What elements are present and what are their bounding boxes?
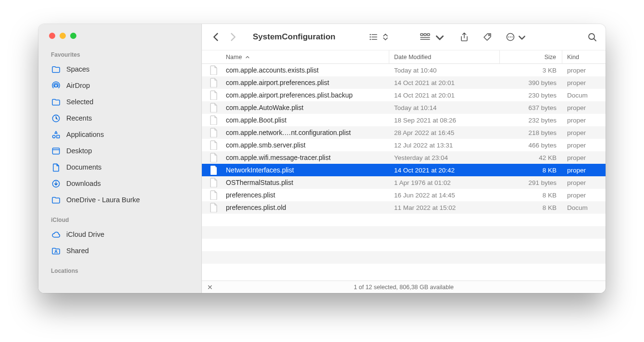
group-by-button[interactable] — [419, 31, 446, 43]
file-name: com.apple.accounts.exists.plist — [226, 66, 389, 74]
file-size: 8 KB — [500, 167, 562, 174]
window-title: SystemConfiguration — [253, 32, 335, 42]
file-row[interactable]: preferences.plist16 Jun 2022 at 14:458 K… — [202, 189, 606, 201]
file-icon — [202, 78, 226, 87]
file-icon — [202, 153, 226, 162]
sidebar-item-label: Applications — [66, 131, 104, 138]
file-kind: proper — [562, 117, 606, 124]
path-bar-close[interactable]: ✕ — [202, 283, 218, 291]
sidebar-item[interactable]: Applications — [38, 126, 201, 143]
airdrop-icon — [51, 81, 61, 90]
file-size: 8 KB — [500, 192, 562, 199]
finder-window: FavouritesSpacesAirDropSelectedRecentsAp… — [38, 24, 606, 293]
sidebar-item[interactable]: Shared — [38, 243, 201, 259]
file-size: 232 bytes — [500, 117, 562, 124]
file-size: 637 bytes — [500, 104, 562, 111]
sidebar-item[interactable]: iCloud Drive — [38, 226, 201, 243]
file-icon — [202, 165, 226, 175]
view-mode-button[interactable] — [369, 31, 390, 43]
column-name-label: Name — [226, 54, 242, 61]
file-kind: proper — [562, 129, 606, 136]
file-row[interactable]: com.apple.airport.preferences.plist14 Oc… — [202, 76, 606, 89]
forward-button[interactable] — [227, 31, 238, 43]
file-icon — [202, 140, 226, 150]
file-date: Today at 10:14 — [389, 104, 500, 111]
file-kind: proper — [562, 79, 606, 86]
file-name: preferences.plist.old — [226, 204, 389, 211]
download-icon — [51, 179, 61, 188]
file-icon — [202, 115, 226, 125]
file-row[interactable]: com.apple.airport.preferences.plist.back… — [202, 89, 606, 101]
folder-icon — [51, 97, 61, 107]
sidebar-item[interactable]: Recents — [38, 110, 201, 126]
cloud-icon — [51, 230, 61, 239]
file-icon — [202, 103, 226, 112]
file-size: 230 bytes — [500, 92, 562, 99]
file-row[interactable]: com.apple.AutoWake.plistToday at 10:1463… — [202, 101, 606, 114]
file-size: 8 KB — [500, 204, 562, 211]
search-button[interactable] — [587, 31, 597, 43]
sidebar-section-title: iCloud — [38, 215, 201, 226]
sidebar-section-title: Locations — [38, 266, 201, 277]
file-kind: proper — [562, 104, 606, 111]
close-button[interactable] — [49, 33, 55, 39]
tag-icon — [483, 32, 492, 42]
minimize-button[interactable] — [60, 33, 66, 39]
column-date[interactable]: Date Modified — [389, 50, 500, 63]
file-row[interactable]: NetworkInterfaces.plist14 Oct 2021 at 20… — [202, 164, 606, 176]
window-controls — [38, 24, 201, 49]
share-button[interactable] — [459, 31, 469, 43]
file-size: 291 bytes — [500, 179, 562, 186]
file-kind: Docum — [562, 204, 606, 211]
file-date: 1 Apr 1976 at 01:02 — [389, 179, 500, 186]
toolbar: SystemConfiguration — [202, 24, 606, 50]
sidebar-item-label: AirDrop — [66, 82, 90, 89]
file-row[interactable]: com.apple.accounts.exists.plistToday at … — [202, 64, 606, 76]
sidebar-item[interactable]: Desktop — [38, 143, 201, 159]
fullscreen-button[interactable] — [70, 33, 76, 39]
column-size[interactable]: Size — [500, 50, 562, 63]
file-kind: proper — [562, 142, 606, 149]
chevron-down-icon — [517, 32, 527, 42]
sidebar-item-label: Desktop — [66, 147, 92, 155]
file-row[interactable]: com.apple.smb.server.plist12 Jul 2022 at… — [202, 139, 606, 151]
file-name: NetworkInterfaces.plist — [226, 166, 389, 174]
file-row[interactable]: OSThermalStatus.plist1 Apr 1976 at 01:02… — [202, 176, 606, 189]
file-row[interactable]: com.apple.Boot.plist18 Sep 2021 at 08:26… — [202, 114, 606, 126]
sidebar-item-label: Recents — [66, 114, 92, 122]
sidebar-item[interactable]: Selected — [38, 94, 201, 110]
back-button[interactable] — [211, 31, 222, 43]
sidebar-item-label: Documents — [66, 163, 101, 171]
status-text: 1 of 12 selected, 806,38 GB available — [218, 284, 606, 291]
file-row[interactable]: preferences.plist.old11 Mar 2022 at 15:0… — [202, 201, 606, 214]
file-date: 14 Oct 2021 at 20:01 — [389, 92, 500, 99]
clock-icon — [51, 113, 61, 123]
column-headers: Name Date Modified Size Kind — [202, 50, 606, 64]
sidebar-item[interactable]: OneDrive - Laura Burke — [38, 192, 201, 208]
apps-icon — [51, 130, 61, 139]
actions-button[interactable] — [506, 31, 527, 43]
sidebar-item[interactable]: Downloads — [38, 175, 201, 192]
sidebar-item[interactable]: AirDrop — [38, 77, 201, 94]
sidebar-item-label: Selected — [66, 98, 93, 106]
column-kind[interactable]: Kind — [562, 50, 606, 63]
file-size: 3 KB — [500, 67, 562, 74]
file-size: 390 bytes — [500, 79, 562, 86]
file-row[interactable]: com.apple.network.…nt.configuration.plis… — [202, 126, 606, 139]
tags-button[interactable] — [483, 31, 492, 43]
column-name[interactable]: Name — [226, 50, 389, 63]
sidebar-item[interactable]: Documents — [38, 159, 201, 175]
file-row[interactable]: com.apple.wifi.message-tracer.plistYeste… — [202, 151, 606, 164]
sidebar: FavouritesSpacesAirDropSelectedRecentsAp… — [38, 24, 202, 293]
file-list[interactable]: com.apple.accounts.exists.plistToday at … — [202, 64, 606, 281]
file-date: 16 Jun 2022 at 14:45 — [389, 192, 500, 199]
sidebar-item[interactable]: Spaces — [38, 61, 201, 77]
file-size: 218 bytes — [500, 129, 562, 136]
file-size: 466 bytes — [500, 142, 562, 149]
file-icon — [202, 65, 226, 75]
file-date: Yesterday at 23:04 — [389, 154, 500, 161]
folder-icon — [51, 64, 61, 74]
updown-icon — [381, 32, 390, 42]
sidebar-item-label: Spaces — [66, 65, 89, 73]
sidebar-section-title: Favourites — [38, 49, 201, 61]
